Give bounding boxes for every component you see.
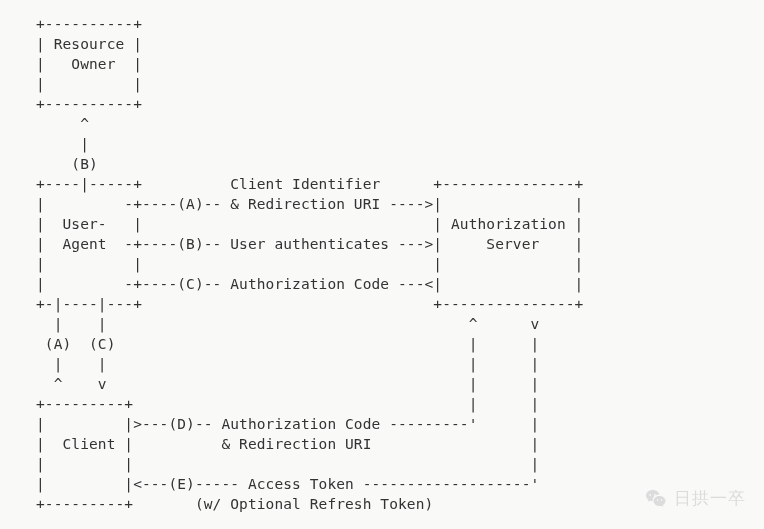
ascii-diagram: +----------+ | Resource | | Owner | | | … <box>0 0 764 514</box>
